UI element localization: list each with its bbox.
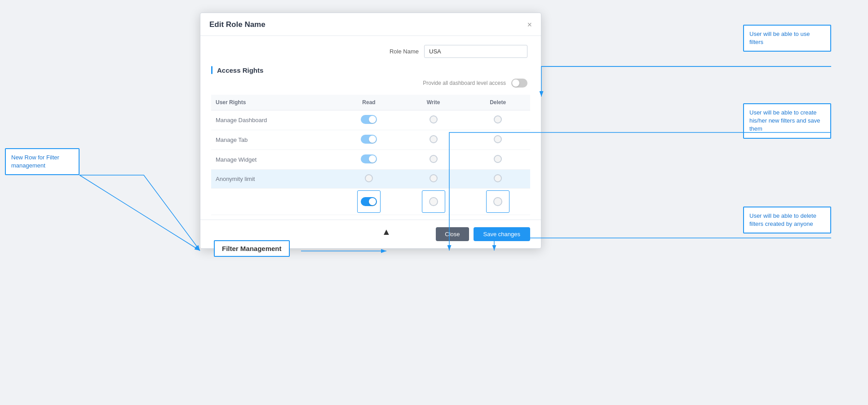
filter-read-cell [337,189,401,215]
delete-radio[interactable] [494,135,502,143]
filter-read-toggle[interactable] [361,197,377,206]
modal-close-button[interactable]: × [527,21,532,29]
row-label: Anonymity limit [211,170,337,189]
toggle-slider [511,79,527,88]
write-cell [401,150,466,170]
filter-write-cell [401,189,466,215]
filter-write-box [422,190,445,213]
read-radio[interactable] [365,174,373,182]
table-row: Manage Dashboard [211,110,530,130]
role-name-row: Role Name [211,45,530,58]
filter-write-radio[interactable] [429,197,438,206]
section-header: Access Rights [211,66,530,74]
read-toggle[interactable] [361,115,377,124]
delete-cell [465,110,530,130]
modal-body: Role Name Access Rights Provide all dash… [200,36,541,215]
write-radio[interactable] [430,135,438,143]
table-header-row: User Rights Read Write Delete [211,95,530,110]
filter-management-row [211,189,530,215]
annotation-delete-filters: User will be able to delete filters crea… [743,207,831,233]
rights-table: User Rights Read Write Delete Manage Das… [211,95,530,215]
row-label: Manage Tab [211,130,337,150]
filter-management-callout: Filter Management [214,240,290,257]
annotation-new-row: New Row for Filter management [5,148,80,175]
modal-container: Edit Role Name × Role Name Access Rights… [200,13,541,249]
read-cell [337,150,401,170]
save-changes-button[interactable]: Save changes [474,227,530,241]
close-button[interactable]: Close [436,227,469,241]
read-toggle[interactable] [361,135,377,144]
table-row: Manage Widget [211,150,530,170]
annotation-create-filters: User will be able to create his/her new … [743,103,831,139]
read-cell [337,170,401,189]
row-label: Manage Widget [211,150,337,170]
write-cell [401,130,466,150]
section-title: Access Rights [217,66,263,74]
filter-delete-box [486,190,509,213]
read-toggle[interactable] [361,154,377,163]
svg-line-0 [80,175,200,251]
section-bar [211,66,213,74]
write-radio[interactable] [430,115,438,123]
dashboard-access-label: Provide all dashboard level access [423,80,506,86]
dashboard-access-toggle[interactable] [511,79,527,88]
col-write: Write [401,95,466,110]
delete-cell [465,130,530,150]
role-name-label: Role Name [390,48,419,55]
filter-delete-radio[interactable] [493,197,502,206]
access-rights-section: Access Rights Provide all dashboard leve… [211,66,530,215]
col-delete: Delete [465,95,530,110]
delete-radio[interactable] [494,155,502,163]
delete-radio[interactable] [494,115,502,123]
filter-delete-cell [465,189,530,215]
table-row: Manage Tab [211,130,530,150]
filter-management-text: Filter Management [222,245,282,252]
delete-radio[interactable] [494,174,502,182]
read-cell [337,130,401,150]
filter-read-box [357,190,381,213]
dashboard-access-row: Provide all dashboard level access [211,79,530,88]
delete-cell [465,170,530,189]
write-cell [401,110,466,130]
delete-cell [465,150,530,170]
read-cell [337,110,401,130]
write-radio[interactable] [430,174,438,182]
write-cell [401,170,466,189]
row-label: Manage Dashboard [211,110,337,130]
modal-header: Edit Role Name × [200,13,541,36]
table-row: Anonymity limit [211,170,530,189]
annotation-use-filters: User will be able to use filters [743,25,831,52]
modal-title: Edit Role Name [209,20,266,29]
write-radio[interactable] [430,155,438,163]
col-user-rights: User Rights [211,95,337,110]
filter-management-label [211,189,337,215]
col-read: Read [337,95,401,110]
role-name-input[interactable] [424,45,527,58]
